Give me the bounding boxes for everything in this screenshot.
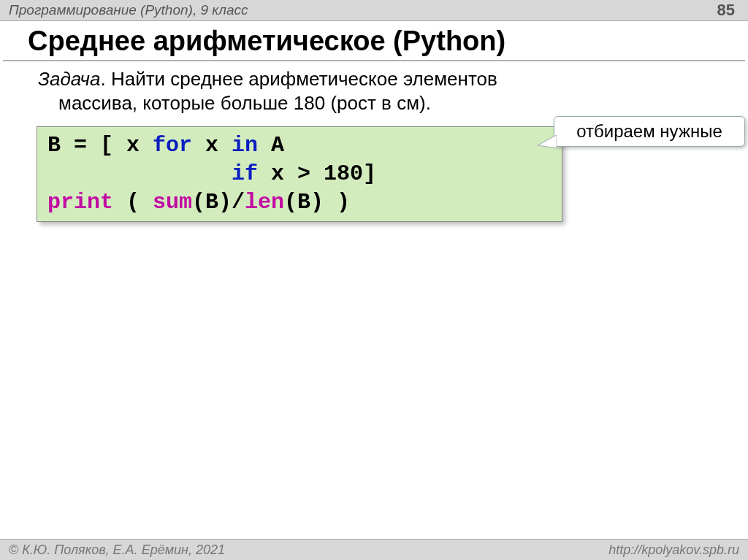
fn-len: len (245, 190, 284, 215)
kw-in: in (232, 133, 258, 158)
code-area: B = [ x for x in A if x > 180] print ( s… (37, 126, 562, 222)
slide-content: Среднее арифметическое (Python) Задача. … (0, 21, 748, 222)
task-text: Задача. Найти среднее арифметическое эле… (0, 61, 748, 116)
kw-if: if (232, 161, 258, 186)
page-number: 85 (717, 1, 735, 20)
slide-title: Среднее арифметическое (Python) (3, 26, 745, 61)
callout: отбираем нужные (554, 116, 745, 147)
callout-tail-icon (538, 135, 557, 151)
task-sep: . (100, 68, 110, 90)
code-l1-c: A (258, 133, 284, 158)
code-box: B = [ x for x in A if x > 180] print ( s… (37, 126, 562, 222)
footer-copyright: © К.Ю. Поляков, Е.А. Ерёмин, 2021 (9, 542, 225, 558)
code-l1-a: B = [ x (47, 133, 153, 158)
footer-url: http://kpolyakov.spb.ru (608, 542, 739, 558)
code-l2-b: x > 180] (258, 161, 376, 186)
code-l3-c: (B) ) (284, 190, 350, 215)
fn-sum: sum (153, 190, 192, 215)
task-line2: массива, которые больше 180 (рост в см). (38, 91, 748, 115)
callout-text: отбираем нужные (554, 116, 745, 147)
header-bar: Программирование (Python), 9 класс 85 (0, 0, 748, 21)
task-line1: Найти среднее арифметическое элементов (111, 68, 497, 90)
code-l1-b: x (192, 133, 232, 158)
code-l3-b: (B)/ (192, 190, 245, 215)
footer-bar: © К.Ю. Поляков, Е.А. Ерёмин, 2021 http:/… (0, 539, 748, 560)
kw-for: for (153, 133, 192, 158)
task-label: Задача (38, 68, 100, 90)
course-label: Программирование (Python), 9 класс (9, 2, 248, 18)
fn-print: print (47, 190, 113, 215)
code-l3-a: ( (113, 190, 153, 215)
code-l2-pad (47, 161, 232, 186)
